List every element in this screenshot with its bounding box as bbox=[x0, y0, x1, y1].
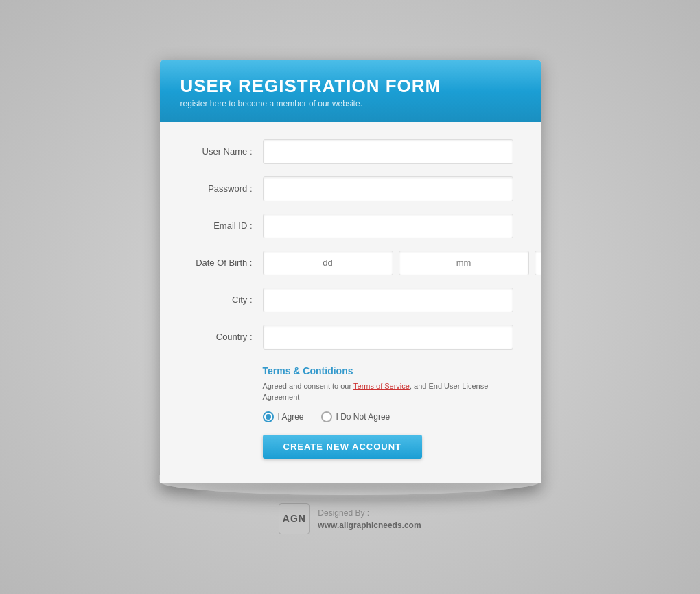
password-input[interactable] bbox=[263, 176, 513, 201]
city-input[interactable] bbox=[263, 288, 513, 312]
email-row: Email ID : bbox=[180, 214, 513, 238]
terms-section: Terms & Contidions Agreed and consent to… bbox=[180, 362, 513, 403]
city-row: City : bbox=[180, 288, 513, 312]
radio-agree-label: I Agree bbox=[278, 412, 304, 422]
radio-disagree[interactable]: I Do Not Agree bbox=[321, 411, 390, 422]
form-card: USER REGISTRATION FORM register here to … bbox=[160, 60, 541, 483]
terms-link[interactable]: Terms of Service bbox=[353, 382, 410, 390]
dob-dd-input[interactable] bbox=[263, 251, 393, 275]
footer: AGN Designed By : www.allgraphicneeds.co… bbox=[279, 503, 421, 534]
username-label: User Name : bbox=[180, 146, 263, 157]
footer-designed-by: Designed By : bbox=[318, 507, 421, 520]
footer-info: Designed By : www.allgraphicneeds.com bbox=[318, 507, 421, 529]
form-title: USER REGISTRATION FORM bbox=[180, 76, 520, 97]
dob-label: Date Of Birth : bbox=[180, 258, 263, 268]
radio-disagree-label: I Do Not Agree bbox=[336, 412, 390, 422]
country-input[interactable] bbox=[263, 325, 513, 350]
form-wrapper: USER REGISTRATION FORM register here to … bbox=[160, 60, 541, 483]
country-row: Country : bbox=[180, 325, 513, 350]
terms-title: Terms & Contidions bbox=[263, 365, 513, 376]
password-row: Password : bbox=[180, 176, 513, 201]
footer-logo: AGN bbox=[279, 503, 310, 534]
password-label: Password : bbox=[180, 183, 263, 194]
submit-button[interactable]: CREATE NEW ACCOUNT bbox=[263, 435, 423, 459]
username-row: User Name : bbox=[180, 139, 513, 164]
dob-row: Date Of Birth : bbox=[180, 251, 513, 275]
email-input[interactable] bbox=[263, 214, 513, 238]
form-subtitle: register here to become a member of our … bbox=[180, 99, 520, 108]
form-body: User Name : Password : Email ID : Date O… bbox=[160, 122, 541, 483]
email-label: Email ID : bbox=[180, 220, 263, 231]
dob-mm-input[interactable] bbox=[399, 251, 529, 275]
submit-row: CREATE NEW ACCOUNT bbox=[180, 435, 513, 459]
form-header: USER REGISTRATION FORM register here to … bbox=[160, 60, 541, 122]
footer-website: www.allgraphicneeds.com bbox=[318, 521, 421, 530]
radio-disagree-circle[interactable] bbox=[321, 411, 332, 422]
radio-agree[interactable]: I Agree bbox=[263, 411, 304, 422]
city-label: City : bbox=[180, 295, 263, 305]
terms-text-before: Agreed and consent to our bbox=[263, 382, 354, 390]
footer-logo-text: AGN bbox=[283, 513, 306, 524]
radio-agree-circle[interactable] bbox=[263, 411, 274, 422]
radio-row: I Agree I Do Not Agree bbox=[180, 411, 513, 422]
country-label: Country : bbox=[180, 332, 263, 342]
dob-yy-input[interactable] bbox=[535, 251, 541, 275]
username-input[interactable] bbox=[263, 139, 513, 164]
dob-fields bbox=[263, 251, 541, 275]
terms-text: Agreed and consent to our Terms of Servi… bbox=[263, 380, 513, 403]
